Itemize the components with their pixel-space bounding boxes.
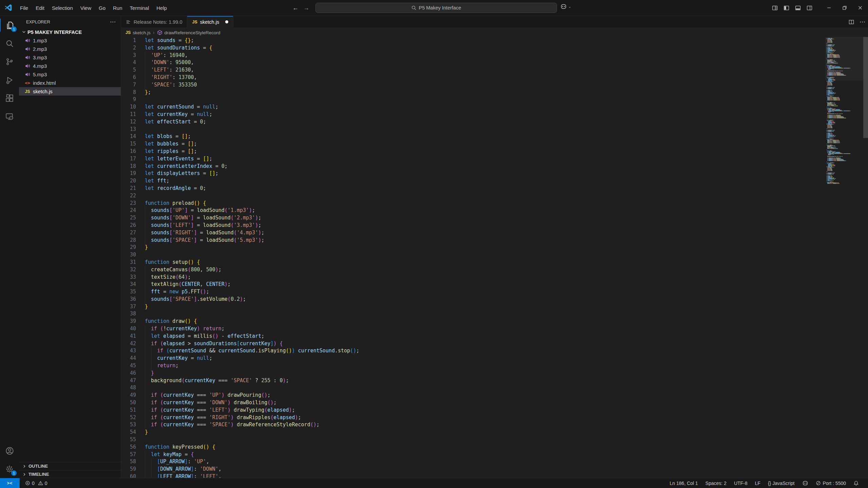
menu-edit[interactable]: Edit <box>32 3 48 13</box>
breadcrumb-item[interactable]: drawReferenceStyleRecord <box>157 30 220 35</box>
menu-selection[interactable]: Selection <box>48 3 77 13</box>
activity-accounts-button[interactable] <box>0 442 19 460</box>
command-center-search[interactable]: P5 Makey Interface <box>315 3 557 13</box>
history-back-button[interactable]: ← <box>292 4 298 12</box>
indent-guide <box>145 473 145 478</box>
activity-search-button[interactable] <box>0 34 19 53</box>
code-editor[interactable]: 1let sounds = {};2let soundDurations = {… <box>121 37 868 478</box>
status-eol[interactable]: LF <box>752 478 764 488</box>
warning-count: 0 <box>45 481 47 486</box>
indent-guide <box>145 399 145 407</box>
code-line-35: 35 fft = new p5.FFT(); <box>121 288 868 296</box>
status-language-mode[interactable]: {} JavaScript <box>765 478 798 488</box>
activity-remote-explorer-button[interactable]: >< <box>0 108 19 126</box>
indent-guide <box>145 377 145 385</box>
line-number: 39 <box>121 318 145 325</box>
indent-guide <box>145 421 145 429</box>
code-line-4: 4 'DOWN': 95000, <box>121 59 868 66</box>
file-item-1.mp3[interactable]: 1.mp3 <box>19 36 121 45</box>
chevron-down-icon <box>22 30 26 34</box>
code-text: }; <box>145 89 151 95</box>
activity-explorer-button[interactable]: 1 <box>0 16 19 34</box>
split-editor-button[interactable] <box>849 19 854 25</box>
code-text: let keyMap = { <box>145 451 194 457</box>
search-icon <box>5 39 14 48</box>
activity-source-control-button[interactable] <box>0 53 19 71</box>
code-text: sounds['LEFT'] = loadSound('3.mp3'); <box>145 222 261 228</box>
audio-icon <box>24 55 31 60</box>
activity-settings-button[interactable]: 1 <box>0 460 19 478</box>
line-number: 41 <box>121 333 145 340</box>
menu-help[interactable]: Help <box>153 3 171 13</box>
tab-sketch.js[interactable]: JSsketch.js <box>187 16 233 28</box>
folder-root[interactable]: P5 MAKEY INTERFACE <box>19 28 121 36</box>
status-cursor-position[interactable]: Ln 186, Col 1 <box>667 478 701 488</box>
toggle-panel-button[interactable] <box>795 5 801 11</box>
status-copilot[interactable] <box>799 478 811 488</box>
file-item-2.mp3[interactable]: 2.mp3 <box>19 45 121 53</box>
file-item-index.html[interactable]: <>index.html <box>19 79 121 87</box>
audio-icon <box>24 38 31 43</box>
status-port[interactable]: Port : 5500 <box>813 478 849 488</box>
code-line-57: 57 let keyMap = { <box>121 451 868 458</box>
file-list: 1.mp32.mp33.mp34.mp35.mp3<>index.htmlJSs… <box>19 36 121 96</box>
line-number: 36 <box>121 296 145 303</box>
file-item-3.mp3[interactable]: 3.mp3 <box>19 53 121 62</box>
close-button[interactable] <box>852 0 868 16</box>
problems-button[interactable]: 0 0 <box>25 481 47 486</box>
menu-run[interactable]: Run <box>109 3 126 13</box>
editor-more-actions-button[interactable]: ⋯ <box>860 18 865 25</box>
section-outline[interactable]: OUTLINE <box>19 462 121 470</box>
tab-release-notes-1.99.0[interactable]: Release Notes: 1.99.0 <box>121 16 187 28</box>
copilot-menu-button[interactable]: ⌄ <box>560 3 571 10</box>
run-debug-icon <box>5 76 14 84</box>
menu-go[interactable]: Go <box>95 3 109 13</box>
status-indentation[interactable]: Spaces: 2 <box>702 478 730 488</box>
menu-view[interactable]: View <box>77 3 95 13</box>
history-forward-button[interactable]: → <box>303 4 309 12</box>
chevron-down-icon: ⌄ <box>568 4 571 9</box>
remote-label: >< <box>7 481 13 486</box>
status-encoding[interactable]: UTF-8 <box>731 478 751 488</box>
indent-guide <box>145 237 145 244</box>
toggle-primary-sidebar-button[interactable] <box>784 5 789 11</box>
code-text: if (currentKey === 'DOWN') drawBoiling()… <box>145 399 276 406</box>
code-text: } <box>145 244 148 250</box>
menu-terminal[interactable]: Terminal <box>126 3 153 13</box>
activity-run-debug-button[interactable] <box>0 71 19 89</box>
activity-extensions-button[interactable] <box>0 89 19 108</box>
js-icon: JS <box>126 30 131 35</box>
explorer-badge: 1 <box>11 26 17 32</box>
breadcrumb-label: drawReferenceStyleRecord <box>165 30 220 35</box>
menu-file[interactable]: File <box>16 3 32 13</box>
error-count: 0 <box>32 481 35 486</box>
code-line-17: 17let letterEvents = []; <box>121 155 868 163</box>
indent-guide <box>145 296 145 303</box>
customize-layout-button[interactable] <box>772 5 778 11</box>
modified-indicator[interactable] <box>225 20 228 23</box>
title-bar: FileEditSelectionViewGoRunTerminalHelp ←… <box>0 0 868 16</box>
line-number: 49 <box>121 392 145 399</box>
status-notifications[interactable] <box>850 478 862 488</box>
warning-icon <box>38 481 43 486</box>
code-text: [UP_ARROW]: 'UP', <box>145 458 209 465</box>
restore-button[interactable] <box>837 0 852 16</box>
remote-indicator-button[interactable]: >< <box>0 478 20 488</box>
file-item-5.mp3[interactable]: 5.mp3 <box>19 70 121 79</box>
indent-guide <box>145 458 145 466</box>
file-item-4.mp3[interactable]: 4.mp3 <box>19 62 121 70</box>
minimize-button[interactable] <box>821 0 837 16</box>
line-number: 57 <box>121 451 145 458</box>
indent-guide <box>145 451 145 458</box>
section-timeline[interactable]: TIMELINE <box>19 470 121 478</box>
explorer-more-actions-button[interactable]: ⋯ <box>110 18 116 25</box>
code-line-39: 39function draw() { <box>121 318 868 325</box>
code-text: 'RIGHT': 13700, <box>145 74 197 80</box>
status-label: Ln 186, Col 1 <box>670 481 698 486</box>
code-line-25: 25 sounds['DOWN'] = loadSound('2.mp3'); <box>121 214 868 222</box>
toggle-secondary-sidebar-button[interactable] <box>807 5 812 11</box>
minimap[interactable] <box>825 37 863 193</box>
editor-scrollbar[interactable] <box>863 37 868 138</box>
breadcrumb-item[interactable]: JSsketch.js <box>126 30 151 35</box>
file-item-sketch.js[interactable]: JSsketch.js <box>19 87 121 96</box>
